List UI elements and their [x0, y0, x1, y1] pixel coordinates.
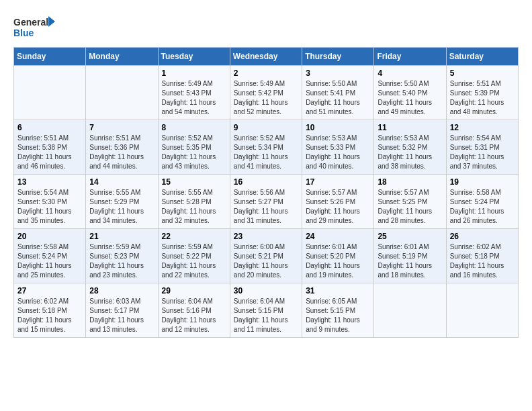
day-info: Sunrise: 5:55 AMSunset: 5:29 PMDaylight:…: [89, 188, 154, 226]
day-info: Sunrise: 5:49 AMSunset: 5:42 PMDaylight:…: [234, 79, 298, 117]
day-number: 18: [378, 177, 442, 187]
day-info: Sunrise: 6:05 AMSunset: 5:15 PMDaylight:…: [306, 297, 370, 334]
day-info: Sunrise: 6:04 AMSunset: 5:15 PMDaylight:…: [234, 297, 298, 334]
day-info: Sunrise: 5:55 AMSunset: 5:28 PMDaylight:…: [162, 188, 226, 226]
logo-icon: GeneralBlue: [13, 13, 60, 40]
day-number: 2: [234, 68, 298, 78]
calendar-cell: 11Sunrise: 5:53 AMSunset: 5:32 PMDayligh…: [374, 120, 446, 175]
week-row-2: 6Sunrise: 5:51 AMSunset: 5:38 PMDaylight…: [14, 120, 519, 175]
logo: GeneralBlue: [13, 13, 60, 40]
calendar-cell: 15Sunrise: 5:55 AMSunset: 5:28 PMDayligh…: [158, 175, 230, 229]
day-info: Sunrise: 5:58 AMSunset: 5:24 PMDaylight:…: [17, 242, 82, 280]
day-info: Sunrise: 5:59 AMSunset: 5:22 PMDaylight:…: [162, 242, 226, 280]
calendar-cell: 30Sunrise: 6:04 AMSunset: 5:15 PMDayligh…: [230, 283, 302, 338]
calendar-cell: 14Sunrise: 5:55 AMSunset: 5:29 PMDayligh…: [86, 175, 158, 229]
day-info: Sunrise: 5:58 AMSunset: 5:24 PMDaylight:…: [450, 188, 515, 226]
calendar-table: SundayMondayTuesdayWednesdayThursdayFrid…: [13, 47, 519, 338]
header-saturday: Saturday: [446, 48, 518, 66]
calendar-cell: 6Sunrise: 5:51 AMSunset: 5:38 PMDaylight…: [14, 120, 86, 175]
header-thursday: Thursday: [302, 48, 374, 66]
header-friday: Friday: [374, 48, 446, 66]
day-number: 8: [162, 123, 226, 132]
day-number: 21: [89, 232, 154, 241]
svg-marker-2: [48, 16, 55, 27]
day-info: Sunrise: 6:02 AMSunset: 5:18 PMDaylight:…: [17, 297, 82, 334]
week-row-1: 1Sunrise: 5:49 AMSunset: 5:43 PMDaylight…: [14, 66, 519, 120]
calendar-cell: 10Sunrise: 5:53 AMSunset: 5:33 PMDayligh…: [302, 120, 374, 175]
day-number: 23: [234, 232, 298, 241]
day-info: Sunrise: 5:50 AMSunset: 5:41 PMDaylight:…: [306, 79, 370, 117]
day-info: Sunrise: 5:57 AMSunset: 5:26 PMDaylight:…: [306, 188, 370, 226]
calendar-cell: 7Sunrise: 5:51 AMSunset: 5:36 PMDaylight…: [86, 120, 158, 175]
calendar-cell: 12Sunrise: 5:54 AMSunset: 5:31 PMDayligh…: [446, 120, 518, 175]
week-row-3: 13Sunrise: 5:54 AMSunset: 5:30 PMDayligh…: [14, 175, 519, 229]
day-number: 14: [89, 177, 154, 187]
calendar-cell: [14, 66, 86, 120]
day-number: 11: [378, 123, 442, 132]
day-number: 27: [17, 286, 82, 295]
calendar-cell: 19Sunrise: 5:58 AMSunset: 5:24 PMDayligh…: [446, 175, 518, 229]
day-info: Sunrise: 5:50 AMSunset: 5:40 PMDaylight:…: [378, 79, 442, 117]
day-info: Sunrise: 5:53 AMSunset: 5:32 PMDaylight:…: [378, 134, 442, 171]
calendar-cell: [374, 283, 446, 338]
day-info: Sunrise: 5:57 AMSunset: 5:25 PMDaylight:…: [378, 188, 442, 226]
calendar-cell: 5Sunrise: 5:51 AMSunset: 5:39 PMDaylight…: [446, 66, 518, 120]
calendar-cell: 20Sunrise: 5:58 AMSunset: 5:24 PMDayligh…: [14, 229, 86, 283]
day-info: Sunrise: 5:52 AMSunset: 5:34 PMDaylight:…: [234, 134, 298, 171]
day-info: Sunrise: 5:53 AMSunset: 5:33 PMDaylight:…: [306, 134, 370, 171]
calendar-cell: 8Sunrise: 5:52 AMSunset: 5:35 PMDaylight…: [158, 120, 230, 175]
header-wednesday: Wednesday: [230, 48, 302, 66]
day-info: Sunrise: 5:51 AMSunset: 5:39 PMDaylight:…: [450, 79, 515, 117]
day-info: Sunrise: 6:02 AMSunset: 5:18 PMDaylight:…: [450, 242, 515, 280]
day-info: Sunrise: 6:03 AMSunset: 5:17 PMDaylight:…: [89, 297, 154, 334]
day-number: 5: [450, 68, 515, 78]
page-header: GeneralBlue: [13, 13, 519, 40]
calendar-cell: 29Sunrise: 6:04 AMSunset: 5:16 PMDayligh…: [158, 283, 230, 338]
svg-text:General: General: [13, 17, 48, 28]
week-row-5: 27Sunrise: 6:02 AMSunset: 5:18 PMDayligh…: [14, 283, 519, 338]
calendar-cell: 16Sunrise: 5:56 AMSunset: 5:27 PMDayligh…: [230, 175, 302, 229]
calendar-cell: 9Sunrise: 5:52 AMSunset: 5:34 PMDaylight…: [230, 120, 302, 175]
day-number: 17: [306, 177, 370, 187]
day-number: 25: [378, 232, 442, 241]
day-number: 1: [162, 68, 226, 78]
calendar-cell: 1Sunrise: 5:49 AMSunset: 5:43 PMDaylight…: [158, 66, 230, 120]
svg-text:Blue: Blue: [13, 28, 34, 38]
day-number: 15: [162, 177, 226, 187]
calendar-cell: [86, 66, 158, 120]
day-number: 20: [17, 232, 82, 241]
day-info: Sunrise: 6:00 AMSunset: 5:21 PMDaylight:…: [234, 242, 298, 280]
day-info: Sunrise: 6:01 AMSunset: 5:19 PMDaylight:…: [378, 242, 442, 280]
calendar-cell: 21Sunrise: 5:59 AMSunset: 5:23 PMDayligh…: [86, 229, 158, 283]
day-number: 7: [89, 123, 154, 132]
calendar-cell: [446, 283, 518, 338]
calendar-cell: 22Sunrise: 5:59 AMSunset: 5:22 PMDayligh…: [158, 229, 230, 283]
calendar-cell: 26Sunrise: 6:02 AMSunset: 5:18 PMDayligh…: [446, 229, 518, 283]
day-number: 31: [306, 286, 370, 295]
day-number: 10: [306, 123, 370, 132]
calendar-cell: 13Sunrise: 5:54 AMSunset: 5:30 PMDayligh…: [14, 175, 86, 229]
calendar-cell: 2Sunrise: 5:49 AMSunset: 5:42 PMDaylight…: [230, 66, 302, 120]
calendar-cell: 18Sunrise: 5:57 AMSunset: 5:25 PMDayligh…: [374, 175, 446, 229]
day-number: 30: [234, 286, 298, 295]
day-info: Sunrise: 5:59 AMSunset: 5:23 PMDaylight:…: [89, 242, 154, 280]
header-monday: Monday: [86, 48, 158, 66]
day-number: 28: [89, 286, 154, 295]
day-info: Sunrise: 6:01 AMSunset: 5:20 PMDaylight:…: [306, 242, 370, 280]
week-row-4: 20Sunrise: 5:58 AMSunset: 5:24 PMDayligh…: [14, 229, 519, 283]
calendar-cell: 28Sunrise: 6:03 AMSunset: 5:17 PMDayligh…: [86, 283, 158, 338]
day-number: 26: [450, 232, 515, 241]
day-info: Sunrise: 5:49 AMSunset: 5:43 PMDaylight:…: [162, 79, 226, 117]
calendar-cell: 27Sunrise: 6:02 AMSunset: 5:18 PMDayligh…: [14, 283, 86, 338]
calendar-cell: 3Sunrise: 5:50 AMSunset: 5:41 PMDaylight…: [302, 66, 374, 120]
day-info: Sunrise: 5:54 AMSunset: 5:31 PMDaylight:…: [450, 134, 515, 171]
day-number: 6: [17, 123, 82, 132]
day-number: 13: [17, 177, 82, 187]
calendar-cell: 23Sunrise: 6:00 AMSunset: 5:21 PMDayligh…: [230, 229, 302, 283]
calendar-cell: 25Sunrise: 6:01 AMSunset: 5:19 PMDayligh…: [374, 229, 446, 283]
day-number: 4: [378, 68, 442, 78]
day-number: 16: [234, 177, 298, 187]
calendar-cell: 4Sunrise: 5:50 AMSunset: 5:40 PMDaylight…: [374, 66, 446, 120]
day-info: Sunrise: 6:04 AMSunset: 5:16 PMDaylight:…: [162, 297, 226, 334]
day-info: Sunrise: 5:51 AMSunset: 5:38 PMDaylight:…: [17, 134, 82, 171]
